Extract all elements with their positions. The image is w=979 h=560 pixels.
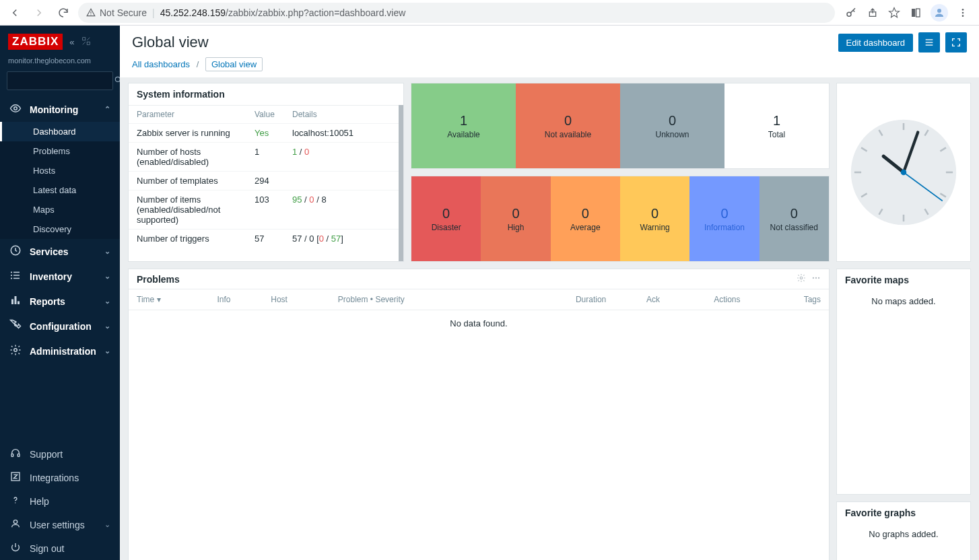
breadcrumb: All dashboards / Global view — [120, 55, 979, 77]
widget-system-information: System information Parameter Value Detai… — [128, 83, 404, 262]
sidebar-subitem-problems[interactable]: Problems — [0, 141, 120, 161]
not-secure-indicator: Not Secure — [86, 7, 147, 18]
svg-point-21 — [11, 277, 12, 279]
sysinfo-row: Zabbix server is runningYeslocalhost:100… — [129, 123, 403, 142]
svg-point-30 — [13, 520, 17, 524]
avail-total[interactable]: 1Total — [724, 83, 829, 168]
star-icon[interactable] — [887, 6, 901, 20]
problems-col[interactable]: Actions — [660, 295, 741, 304]
sidebar-item-configuration[interactable]: Configuration⌄ — [0, 314, 120, 339]
sidebar-item-help[interactable]: Help — [0, 489, 120, 513]
problems-empty: No data found. — [129, 310, 829, 337]
widget-favorite-maps: Favorite maps No maps added. — [836, 269, 971, 495]
problems-col[interactable]: Ack — [606, 295, 660, 304]
url-bar[interactable]: Not Secure | 45.252.248.159/zabbix/zabbi… — [78, 3, 835, 23]
sidebar-subitem-hosts[interactable]: Hosts — [0, 161, 120, 180]
sidebar-subitem-maps[interactable]: Maps — [0, 200, 120, 219]
sidebar-item-user-settings[interactable]: User settings⌄ — [0, 513, 120, 536]
sidebar-host: monitor.theglobecon.com — [0, 54, 120, 71]
favgraphs-title: Favorite graphs — [837, 502, 970, 524]
clock-face — [846, 115, 961, 230]
menu-icon[interactable] — [956, 6, 970, 20]
edit-dashboard-button[interactable]: Edit dashboard — [838, 34, 913, 52]
severity-not-classified[interactable]: 0Not classified — [759, 176, 829, 261]
sidebar-item-support[interactable]: Support — [0, 442, 120, 466]
back-button[interactable] — [5, 3, 24, 22]
sidebar-subitem-latest-data[interactable]: Latest data — [0, 180, 120, 200]
avail-not-available[interactable]: 0Not available — [516, 83, 620, 168]
key-icon[interactable] — [844, 6, 858, 20]
gear-icon[interactable] — [797, 273, 806, 285]
favmaps-title: Favorite maps — [837, 269, 970, 291]
sidebar-item-administration[interactable]: Administration⌄ — [0, 339, 120, 363]
svg-point-14 — [14, 107, 18, 110]
sidebar-subitem-dashboard[interactable]: Dashboard — [0, 122, 120, 141]
sidebar-item-services[interactable]: Services⌄ — [0, 239, 120, 264]
svg-point-52 — [813, 277, 814, 279]
search-icon — [114, 75, 120, 87]
page-header: Global view Edit dashboard — [120, 26, 979, 55]
severity-average[interactable]: 0Average — [551, 176, 620, 261]
main-content: Global view Edit dashboard All dashboard… — [120, 26, 979, 560]
sidebar-item-integrations[interactable]: Integrations — [0, 466, 120, 489]
reload-button[interactable] — [54, 3, 73, 22]
sidebar-subitem-discovery[interactable]: Discovery — [0, 219, 120, 239]
svg-point-53 — [815, 277, 817, 279]
svg-point-6 — [937, 9, 941, 13]
chevron-icon: ⌄ — [104, 297, 110, 306]
chevron-icon: ⌄ — [104, 247, 110, 256]
avail-available[interactable]: 1Available — [411, 83, 516, 168]
chevron-icon: ⌄ — [104, 322, 110, 330]
fullscreen-button[interactable] — [945, 32, 967, 53]
collapse-icon[interactable]: « — [69, 37, 74, 47]
svg-rect-4 — [912, 9, 915, 17]
logo[interactable]: ZABBIX — [8, 34, 63, 50]
svg-point-7 — [962, 9, 964, 11]
svg-rect-22 — [11, 300, 13, 305]
problems-col[interactable]: Info — [217, 295, 271, 304]
list-icon — [9, 269, 22, 283]
breadcrumb-all-dashboards[interactable]: All dashboards — [132, 59, 190, 69]
svg-rect-11 — [87, 42, 90, 44]
severity-information[interactable]: 0Information — [689, 176, 759, 261]
problems-col[interactable]: Tags — [740, 295, 821, 304]
chevron-icon: ⌃ — [104, 105, 110, 114]
sidebar-search[interactable] — [7, 71, 113, 90]
problems-col[interactable]: Time ▾ — [137, 295, 217, 304]
svg-point-19 — [11, 271, 12, 273]
svg-point-20 — [11, 275, 12, 276]
eye-icon — [9, 102, 22, 116]
chevron-icon: ⌄ — [104, 347, 110, 355]
search-input[interactable] — [13, 76, 114, 85]
problems-col[interactable]: Problem • Severity — [338, 295, 472, 304]
severity-warning[interactable]: 0Warning — [620, 176, 689, 261]
avail-unknown[interactable]: 0Unknown — [620, 83, 724, 168]
favgraphs-empty: No graphs added. — [837, 524, 970, 545]
hamburger-button[interactable] — [918, 32, 940, 53]
svg-rect-5 — [916, 9, 920, 17]
problems-col[interactable]: Duration — [472, 295, 606, 304]
sidebar-item-monitoring[interactable]: Monitoring⌃ — [0, 97, 120, 122]
extensions-icon[interactable] — [909, 6, 922, 20]
widget-clock — [836, 83, 971, 262]
forward-button[interactable] — [30, 3, 48, 22]
severity-high[interactable]: 0High — [481, 176, 550, 261]
wrench-icon — [9, 319, 22, 333]
profile-avatar[interactable] — [931, 4, 948, 22]
sidebar-item-sign-out[interactable]: Sign out — [0, 536, 120, 560]
sysinfo-col-value: Value — [255, 110, 292, 119]
sysinfo-col-param: Parameter — [137, 110, 255, 119]
chevron-icon: ⌄ — [104, 272, 110, 281]
expand-icon[interactable] — [81, 36, 91, 48]
sidebar-item-inventory[interactable]: Inventory⌄ — [0, 264, 120, 289]
sidebar-item-reports[interactable]: Reports⌄ — [0, 289, 120, 314]
share-icon[interactable] — [866, 6, 879, 20]
svg-point-29 — [15, 502, 15, 503]
svg-rect-23 — [15, 296, 17, 304]
bar-icon — [9, 294, 22, 308]
problems-col[interactable]: Host — [271, 295, 338, 304]
more-icon[interactable] — [811, 273, 821, 285]
severity-disaster[interactable]: 0Disaster — [411, 176, 481, 261]
svg-point-1 — [90, 14, 91, 15]
svg-point-50 — [901, 170, 907, 176]
